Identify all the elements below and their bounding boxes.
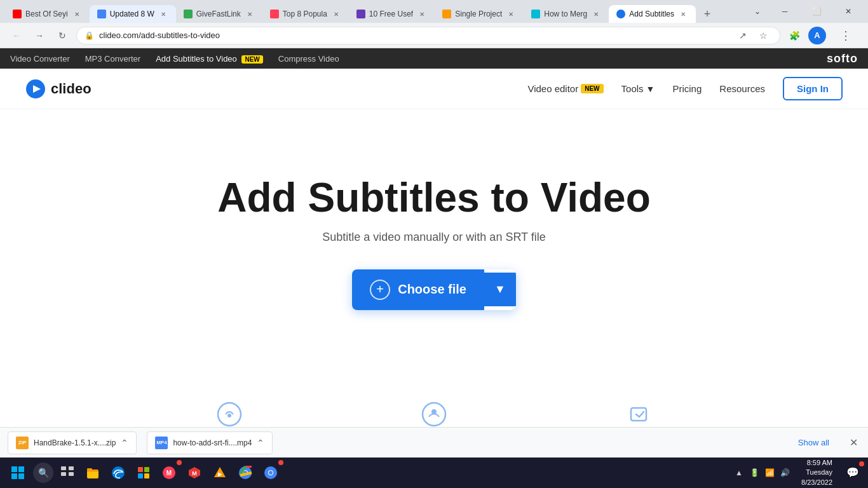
svg-rect-9 xyxy=(11,473,17,479)
tab-close-updated[interactable]: ✕ xyxy=(158,9,168,19)
download-handbrake-chevron[interactable]: ⌃ xyxy=(121,438,128,448)
chrome-menu-button[interactable]: ⋮ xyxy=(831,24,860,47)
svg-rect-14 xyxy=(69,472,74,476)
profile-picture-button[interactable]: A xyxy=(808,27,826,44)
softo-compress-video-link[interactable]: Compress Video xyxy=(278,54,339,64)
nav-video-editor[interactable]: Video editor NEW xyxy=(527,83,603,94)
tab-favicon-yt xyxy=(13,10,22,18)
download-item-mp4[interactable]: MP4 how-to-add-srt-fi....mp4 ⌃ xyxy=(147,431,273,454)
notification-center-button[interactable]: 💬 xyxy=(843,463,863,483)
taskbar: 🔍 xyxy=(0,458,868,488)
new-tab-button[interactable]: + xyxy=(698,5,716,23)
tab-clideo[interactable]: Add Subtitles ✕ xyxy=(609,5,696,23)
start-button[interactable] xyxy=(5,460,31,485)
tab-close-merge[interactable]: ✕ xyxy=(591,9,601,19)
download-mp4-label: how-to-add-srt-fi....mp4 xyxy=(173,438,252,447)
tab-favicon-single xyxy=(442,10,451,18)
svg-rect-21 xyxy=(144,473,149,478)
svg-rect-13 xyxy=(61,472,66,476)
time-display: 8:59 AM xyxy=(801,458,832,468)
tab-close-monday[interactable]: ✕ xyxy=(331,9,341,19)
taskbar-search-button[interactable]: 🔍 xyxy=(33,463,53,483)
volume-icon[interactable]: 🔊 xyxy=(778,466,791,479)
svg-text:M: M xyxy=(192,470,197,477)
store-button[interactable] xyxy=(132,461,155,484)
forward-button[interactable]: → xyxy=(31,27,48,44)
chrome-button[interactable] xyxy=(234,461,257,484)
sign-in-button[interactable]: Sign In xyxy=(783,77,843,100)
download-mp4-chevron[interactable]: ⌃ xyxy=(257,438,264,448)
reload-button[interactable]: ↻ xyxy=(53,27,71,44)
bookmark-button[interactable]: ☆ xyxy=(754,27,772,44)
tab-close-give[interactable]: ✕ xyxy=(245,9,255,19)
file-explorer-button[interactable] xyxy=(81,461,104,484)
dropdown-chevron-icon: ▼ xyxy=(494,283,506,296)
vlc-button[interactable]: ▶ xyxy=(208,461,231,484)
edge-icon xyxy=(111,466,125,480)
tab-10free[interactable]: 10 Free Usef ✕ xyxy=(349,5,435,23)
chrome-notifications-button[interactable] xyxy=(259,461,282,484)
tab-label-merge: How to Merg xyxy=(544,10,587,18)
day-display: Tuesday xyxy=(801,468,832,477)
tab-list-button[interactable]: ⌄ xyxy=(747,0,768,23)
softo-logo: softo xyxy=(827,52,858,65)
system-tray: ▲ 🔋 📶 🔊 xyxy=(733,466,791,479)
tab-close-10free[interactable]: ✕ xyxy=(417,9,427,19)
tools-chevron-icon: ▼ xyxy=(646,84,655,94)
tab-label-yt: Best Of Seyi xyxy=(25,10,68,18)
tab-close-clideo[interactable]: ✕ xyxy=(678,9,688,19)
close-downloads-button[interactable]: ✕ xyxy=(847,434,860,451)
minimize-button[interactable]: ─ xyxy=(770,0,799,23)
tab-close-yt[interactable]: ✕ xyxy=(72,9,82,19)
lock-icon: 🔒 xyxy=(85,31,94,40)
tab-monday[interactable]: Top 8 Popula ✕ xyxy=(262,5,349,23)
nav-resources[interactable]: Resources xyxy=(719,83,765,94)
clideo-logo-text: clideo xyxy=(51,81,92,97)
softo-mp3-converter-link[interactable]: MP3 Converter xyxy=(85,54,140,64)
share-url-button[interactable]: ↗ xyxy=(734,27,752,44)
extensions-button[interactable]: 🧩 xyxy=(785,27,803,44)
nav-tools[interactable]: Tools ▼ xyxy=(621,83,655,94)
softo-add-subtitles-link[interactable]: Add Subtitles to Video NEW xyxy=(156,54,263,64)
choose-file-wrapper: + Choose file ▼ xyxy=(352,269,516,310)
tab-updated[interactable]: Updated 8 W ✕ xyxy=(90,5,176,23)
clideo-logo[interactable]: clideo xyxy=(25,79,92,99)
tab-give[interactable]: GiveFastLink ✕ xyxy=(176,5,262,23)
address-bar: ← → ↻ 🔒 clideo.com/add-subtitles-to-vide… xyxy=(0,23,868,48)
tab-label-10free: 10 Free Usef xyxy=(369,10,413,18)
windows-logo-icon xyxy=(11,466,25,480)
profile-avatar[interactable]: A xyxy=(808,27,826,44)
tab-merge[interactable]: How to Merg ✕ xyxy=(524,5,609,23)
tab-yt[interactable]: Best Of Seyi ✕ xyxy=(5,5,90,23)
restore-button[interactable]: ⬜ xyxy=(802,0,831,23)
browser-frame: Best Of Seyi ✕ Updated 8 W ✕ GiveFastLin… xyxy=(0,0,868,488)
close-button[interactable]: ✕ xyxy=(834,0,863,23)
svg-rect-7 xyxy=(11,466,17,472)
video-editor-new-badge: NEW xyxy=(581,84,603,93)
tab-favicon-give xyxy=(184,10,193,18)
file-explorer-icon xyxy=(86,466,100,480)
mcafee-button[interactable]: M xyxy=(183,461,206,484)
show-all-button[interactable]: Show all xyxy=(790,434,837,451)
choose-file-button[interactable]: + Choose file xyxy=(352,269,484,310)
task-view-button[interactable] xyxy=(56,461,79,484)
download-item-handbrake[interactable]: ZIP HandBrake-1.5.1-x....zip ⌃ xyxy=(8,431,137,454)
softo-video-converter-link[interactable]: Video Converter xyxy=(10,54,70,64)
task-view-icon xyxy=(60,466,74,480)
monday-app-button[interactable]: M xyxy=(158,461,180,484)
show-hidden-icons-button[interactable]: ▲ xyxy=(733,466,745,479)
softo-toolbar: Video Converter MP3 Converter Add Subtit… xyxy=(0,48,868,69)
edge-browser-button[interactable] xyxy=(107,461,130,484)
back-button[interactable]: ← xyxy=(8,27,25,44)
datetime-display[interactable]: 8:59 AM Tuesday 8/23/2022 xyxy=(796,458,837,487)
tab-close-single[interactable]: ✕ xyxy=(506,9,516,19)
tab-single[interactable]: Single Project ✕ xyxy=(435,5,524,23)
choose-file-dropdown-button[interactable]: ▼ xyxy=(484,273,516,306)
url-bar[interactable]: 🔒 clideo.com/add-subtitles-to-video ↗ ☆ xyxy=(76,27,780,44)
nav-pricing[interactable]: Pricing xyxy=(672,83,702,94)
chrome-notif-icon xyxy=(264,466,278,480)
plus-circle-icon: + xyxy=(370,280,390,300)
chat-icon: 💬 xyxy=(846,466,859,478)
vlc-icon: ▶ xyxy=(213,466,227,480)
scroll-hint-area xyxy=(0,376,868,427)
